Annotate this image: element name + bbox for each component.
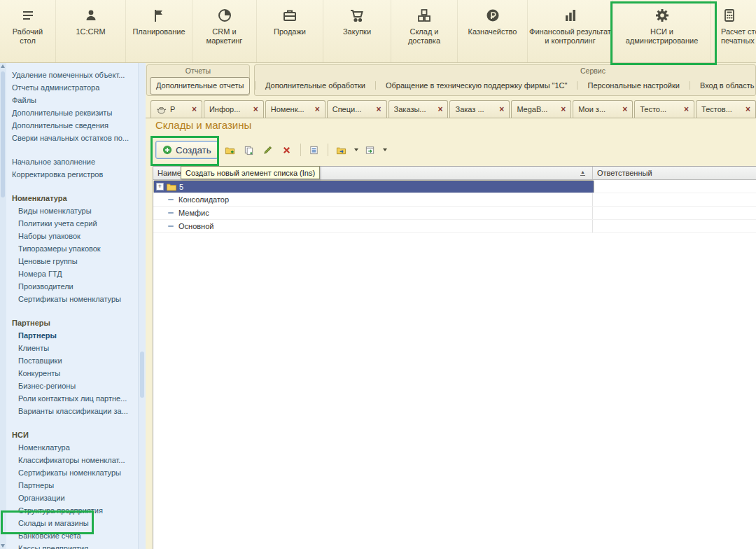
responsible-cell[interactable] [593,207,756,219]
sidebar-item[interactable]: Варианты классификации за... [6,405,138,417]
sidebar-item[interactable]: Ценовые группы [6,255,138,267]
service-group-title: Сервис [255,65,755,75]
responsible-cell[interactable] [593,193,756,206]
move-to-group-button[interactable] [335,143,349,157]
service-command[interactable]: Дополнительные обработки [255,81,375,90]
expand-icon[interactable]: + [156,183,164,190]
ribbon-item-purchases[interactable]: Закупки [323,0,391,62]
additional-reports-button[interactable]: Дополнительные отчеты [150,77,250,95]
sidebar-item[interactable]: Партнеры [6,329,138,342]
ribbon-item-crm-marketing[interactable]: CRM имаркетинг [192,0,257,62]
sidebar-item[interactable]: Номенклатура [6,441,138,454]
move-dropdown-caret[interactable] [354,148,358,151]
copy-button[interactable] [242,143,256,157]
document-tab[interactable]: MegaB... × [511,100,571,118]
tab-close-icon[interactable]: × [499,105,504,113]
ribbon-item-desktop[interactable]: Рабочийстол [0,0,56,62]
document-tab[interactable]: Р × [150,100,202,118]
responsible-cell[interactable] [593,180,756,193]
edit-button[interactable] [261,143,275,157]
sidebar-item[interactable]: Дополнительные реквизиты [6,106,138,119]
service-command[interactable]: Обращение в техническую поддержку фирмы … [375,81,578,90]
sidebar-item[interactable]: Дополнительные сведения [6,119,138,132]
document-tab[interactable]: Мои з... × [573,100,633,118]
related-actions-button[interactable] [363,143,377,157]
scroll-down-icon[interactable] [1,544,5,548]
sidebar-item[interactable]: Файлы [6,94,138,106]
sidebar-item[interactable]: Номера ГТД [6,267,138,280]
document-tab[interactable]: Тестов... × [696,100,756,118]
sidebar-item[interactable]: Структура предприятия [6,504,138,517]
document-tab[interactable]: Инфор... × [204,100,264,118]
table-row[interactable]: + Мемфис [153,207,756,220]
tab-close-icon[interactable]: × [253,105,258,113]
name-cell[interactable]: + Мемфис [153,207,593,219]
ribbon-item-financial-result[interactable]: Финансовый результати контроллинг [528,0,613,62]
create-group-button[interactable] [223,143,237,157]
name-cell[interactable]: + Основной [153,220,593,232]
name-cell[interactable]: + Консолидатор [153,193,593,206]
name-cell[interactable]: + 5 [154,181,594,193]
sidebar-item[interactable]: Удаление помеченных объект... [6,69,138,81]
sidebar-item[interactable]: Конкуренты [6,367,138,380]
document-tab[interactable]: Номенк... × [265,100,326,118]
sidebar-item[interactable]: Наборы упаковок [6,230,138,242]
actions-dropdown-caret[interactable] [383,148,387,151]
sidebar-item[interactable]: Банковские счета [6,529,138,542]
tab-close-icon[interactable]: × [315,105,320,113]
ribbon-item-nsi-administration[interactable]: НСИ иадминистрирование [613,0,711,62]
table-row[interactable]: + Консолидатор [153,193,756,207]
sidebar-item[interactable]: Кассы предприятия [6,542,138,549]
sidebar-item[interactable]: Типоразмеры упаковок [6,242,138,255]
tab-close-icon[interactable]: × [561,105,566,113]
tab-close-icon[interactable]: × [684,105,689,113]
list-settings-button[interactable] [307,143,321,157]
sidebar-scrollbar-thumb[interactable] [140,352,144,398]
sidebar-item[interactable]: Склады и магазины [6,517,138,529]
sidebar-item[interactable]: Политики учета серий [6,217,138,230]
tab-close-icon[interactable]: × [746,105,750,113]
sidebar-item[interactable]: Сертификаты номенклатуры [6,466,138,479]
sidebar-item[interactable]: Роли контактных лиц партне... [6,392,138,405]
sidebar-item[interactable]: Начальное заполнение [6,155,138,168]
table-row[interactable]: + Основной [153,220,756,233]
ribbon-item-print-cost[interactable]: Расчет стоимпечатных п [711,0,756,62]
sidebar-item[interactable]: Классификаторы номенклат... [6,454,138,466]
sidebar-item[interactable]: Бизнес-регионы [6,380,138,392]
sidebar-item[interactable]: Организации [6,492,138,504]
sidebar-item[interactable]: Сверки начальных остатков по... [6,132,138,144]
scroll-up-icon[interactable] [1,64,5,68]
ribbon-item-sales[interactable]: Продажи [257,0,323,62]
create-button[interactable]: Создать [155,141,218,159]
delete-button[interactable] [280,143,294,157]
ribbon-item-planning[interactable]: Планирование [126,0,192,62]
sidebar-scrollbar[interactable] [138,63,146,549]
column-header-responsible[interactable]: Ответственный [593,167,756,179]
finance-chart-icon [562,6,579,25]
document-tab[interactable]: Заказы... × [388,100,449,118]
sidebar-item[interactable]: Отчеты администратора [6,81,138,94]
service-command[interactable]: Вход в область данн [690,81,756,90]
ribbon-item-crm[interactable]: 1C:CRM [56,0,126,62]
sidebar-item[interactable]: Виды номенклатуры [6,204,138,217]
sidebar-item[interactable]: Клиенты [6,342,138,354]
ribbon-item-treasury[interactable]: Казначейство [458,0,528,62]
table-row[interactable]: + 5 [153,180,594,193]
document-tab[interactable]: Специ... × [327,100,387,118]
sidebar-item[interactable]: Производители [6,280,138,293]
responsible-cell[interactable] [593,220,756,232]
document-tab[interactable]: Тесто... × [634,100,694,118]
ribbon-item-warehouse[interactable]: Склад идоставка [391,0,458,62]
sidebar-item[interactable]: Сертификаты номенклатуры [6,293,138,305]
service-command[interactable]: Персональные настройки [577,81,689,90]
tab-close-icon[interactable]: × [622,105,627,113]
related-actions-icon [365,145,375,155]
sidebar-item[interactable]: Корректировка регистров [6,168,138,181]
scrollbar-thumb[interactable] [1,71,5,197]
sidebar-item[interactable]: Партнеры [6,479,138,492]
tab-close-icon[interactable]: × [377,105,382,113]
tab-close-icon[interactable]: × [438,105,442,113]
document-tab[interactable]: Заказ ... × [449,100,510,118]
tab-close-icon[interactable]: × [192,105,197,113]
sidebar-item[interactable]: Поставщики [6,354,138,367]
